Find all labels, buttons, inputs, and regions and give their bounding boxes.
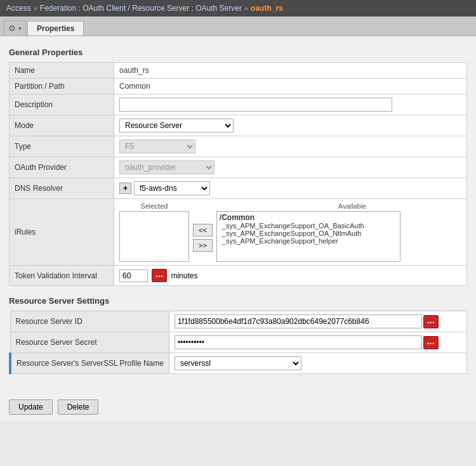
general-properties-table: Name oauth_rs Partition / Path Common De… bbox=[9, 62, 467, 286]
irules-available-header: Available bbox=[260, 202, 444, 210]
irules-move-right-button[interactable]: >> bbox=[193, 239, 213, 252]
dns-resolver-select[interactable]: f5-aws-dns bbox=[134, 181, 210, 195]
dns-resolver-row: DNS Resolver + f5-aws-dns bbox=[10, 178, 467, 199]
oauth-provider-label: OAuth Provider bbox=[10, 157, 114, 178]
resource-secret-edit-dots: ••• bbox=[427, 340, 435, 347]
dns-resolver-label: DNS Resolver bbox=[10, 178, 114, 199]
resource-secret-input[interactable] bbox=[175, 335, 422, 349]
token-unit: minutes bbox=[171, 271, 197, 280]
dns-resolver-value-cell: + f5-aws-dns bbox=[114, 178, 467, 199]
serverssl-row: Resource Server's ServerSSL Profile Name… bbox=[10, 353, 467, 374]
serverssl-select[interactable]: serverssl none bbox=[175, 356, 301, 370]
resource-id-row: Resource Server ID ••• bbox=[10, 311, 467, 332]
token-edit-dots: ••• bbox=[155, 273, 163, 280]
description-row: Description bbox=[10, 94, 467, 115]
irules-selected-header: Selected bbox=[119, 202, 189, 210]
main-content: General Properties Name oauth_rs Partiti… bbox=[0, 36, 476, 393]
resource-id-container: ••• bbox=[175, 314, 461, 328]
irules-item-1[interactable]: _sys_APM_ExchangeSupport_OA_BasicAuth bbox=[220, 222, 397, 230]
irules-item-2[interactable]: _sys_APM_ExchangeSupport_OA_NtlmAuth bbox=[220, 230, 397, 237]
oauth-provider-select[interactable]: oauth_provider bbox=[119, 160, 215, 174]
gear-dropdown-arrow-icon: ▾ bbox=[18, 25, 22, 32]
dns-resolver-container: + f5-aws-dns bbox=[119, 181, 461, 195]
serverssl-label: Resource Server's ServerSSL Profile Name bbox=[10, 353, 169, 374]
resource-secret-row: Resource Server Secret ••• bbox=[10, 332, 467, 353]
resource-secret-container: ••• bbox=[175, 335, 461, 349]
description-label: Description bbox=[10, 94, 114, 115]
name-row: Name oauth_rs bbox=[10, 63, 467, 79]
oauth-provider-value-cell: oauth_provider bbox=[114, 157, 467, 178]
type-row: Type F5 bbox=[10, 136, 467, 157]
mode-select[interactable]: Resource Server Client Authorization Ser… bbox=[119, 119, 234, 133]
token-row: Token Validation Interval ••• minutes bbox=[10, 266, 467, 286]
resource-secret-value-cell: ••• bbox=[169, 332, 466, 353]
irules-label: iRules bbox=[10, 199, 114, 266]
resource-id-input[interactable] bbox=[175, 314, 422, 328]
description-value-cell bbox=[114, 94, 467, 115]
mode-row: Mode Resource Server Client Authorizatio… bbox=[10, 115, 467, 136]
irules-headers: Selected Available bbox=[119, 202, 461, 210]
breadcrumb-access[interactable]: Access bbox=[6, 4, 31, 13]
irules-container: << >> /Common _sys_APM_ExchangeSupport_O… bbox=[119, 211, 461, 262]
gear-icon: ⚙ bbox=[8, 23, 16, 33]
irules-move-left-button[interactable]: << bbox=[193, 224, 213, 236]
type-select[interactable]: F5 bbox=[119, 139, 195, 153]
partition-label: Partition / Path bbox=[10, 79, 114, 94]
delete-button[interactable]: Delete bbox=[58, 399, 99, 415]
breadcrumb-bar: Access » Federation : OAuth Client / Res… bbox=[0, 0, 476, 16]
bottom-buttons: Update Delete bbox=[0, 393, 476, 421]
irules-available-box[interactable]: /Common _sys_APM_ExchangeSupport_OA_Basi… bbox=[216, 211, 400, 262]
irules-item-3[interactable]: _sys_APM_ExchangeSupport_helper bbox=[220, 237, 397, 245]
token-value-cell: ••• minutes bbox=[114, 266, 467, 286]
token-container: ••• minutes bbox=[119, 269, 461, 282]
resource-secret-label: Resource Server Secret bbox=[10, 332, 169, 353]
breadcrumb-federation[interactable]: Federation : OAuth Client / Resource Ser… bbox=[40, 4, 242, 13]
partition-value-cell: Common bbox=[114, 79, 467, 94]
token-label: Token Validation Interval bbox=[10, 266, 114, 286]
breadcrumb-current: oauth_rs bbox=[251, 4, 283, 13]
type-label: Type bbox=[10, 136, 114, 157]
gear-tab[interactable]: ⚙ ▾ bbox=[4, 20, 26, 36]
irules-row: iRules Selected Available << >> /Common … bbox=[10, 199, 467, 266]
dns-resolver-add-button[interactable]: + bbox=[119, 183, 131, 194]
breadcrumb-sep-2: » bbox=[244, 4, 248, 12]
mode-value-cell: Resource Server Client Authorization Ser… bbox=[114, 115, 467, 136]
resource-id-edit-dots: ••• bbox=[427, 320, 435, 326]
token-edit-button[interactable]: ••• bbox=[152, 269, 167, 282]
irules-selected-box[interactable] bbox=[119, 211, 189, 262]
name-value-cell: oauth_rs bbox=[114, 63, 467, 79]
token-input[interactable] bbox=[119, 269, 148, 282]
resource-secret-edit-button[interactable]: ••• bbox=[423, 336, 439, 349]
resource-id-edit-button[interactable]: ••• bbox=[423, 315, 439, 328]
partition-row: Partition / Path Common bbox=[10, 79, 467, 94]
update-button[interactable]: Update bbox=[9, 399, 53, 415]
irules-available-group: /Common bbox=[220, 213, 397, 222]
general-properties-heading: General Properties bbox=[9, 48, 467, 57]
type-value-cell: F5 bbox=[114, 136, 467, 157]
resource-id-value-cell: ••• bbox=[169, 311, 466, 332]
breadcrumb-sep-1: » bbox=[34, 4, 37, 12]
resource-server-settings-table: Resource Server ID ••• Resource Server S… bbox=[9, 311, 467, 374]
mode-label: Mode bbox=[10, 115, 114, 136]
resource-server-settings-heading: Resource Server Settings bbox=[9, 296, 467, 306]
irules-buttons: << >> bbox=[193, 224, 213, 252]
tab-bar: ⚙ ▾ Properties bbox=[0, 16, 476, 36]
description-input[interactable] bbox=[119, 98, 392, 112]
resource-id-label: Resource Server ID bbox=[10, 311, 169, 332]
tab-properties[interactable]: Properties bbox=[27, 21, 84, 36]
name-value: oauth_rs bbox=[119, 66, 149, 75]
oauth-provider-row: OAuth Provider oauth_provider bbox=[10, 157, 467, 178]
irules-value-cell: Selected Available << >> /Common _sys_AP… bbox=[114, 199, 467, 266]
serverssl-value-cell: serverssl none bbox=[169, 353, 466, 374]
partition-value: Common bbox=[119, 82, 150, 91]
name-label: Name bbox=[10, 63, 114, 79]
